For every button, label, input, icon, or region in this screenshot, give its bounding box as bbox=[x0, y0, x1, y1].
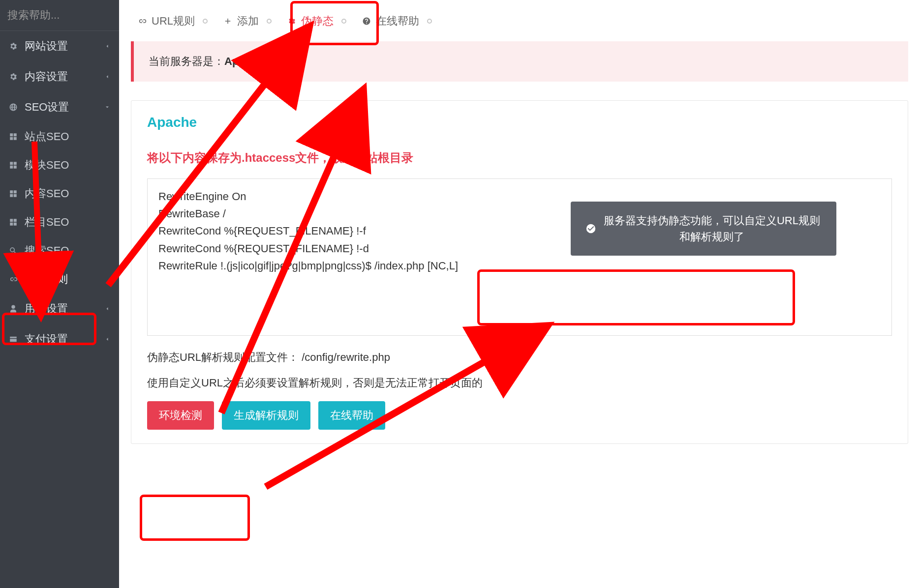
tab-add[interactable]: 添加 bbox=[216, 10, 278, 32]
sidebar-item-label: 用户设置 bbox=[25, 301, 104, 316]
sidebar-item-content-seo[interactable]: 内容SEO bbox=[0, 179, 119, 208]
gear-icon bbox=[9, 42, 18, 51]
button-row: 环境检测 生成解析规则 在线帮助 bbox=[147, 401, 892, 430]
sidebar-item-label: 栏目SEO bbox=[25, 215, 110, 230]
gear-icon bbox=[287, 17, 296, 26]
chevron-left-icon bbox=[104, 43, 110, 49]
chevron-left-icon bbox=[104, 336, 110, 342]
tab-dot-icon bbox=[267, 19, 272, 24]
sidebar-item-label: 站点SEO bbox=[25, 129, 110, 144]
sidebar-item-user-settings[interactable]: 用户设置 bbox=[0, 294, 119, 324]
plus-icon bbox=[223, 17, 232, 26]
sidebar-item-label: 支付设置 bbox=[25, 332, 104, 347]
sidebar-item-search-seo[interactable]: 搜索SEO bbox=[0, 236, 119, 265]
tab-rewrite[interactable]: 伪静态 bbox=[280, 10, 353, 32]
chevron-left-icon bbox=[104, 306, 110, 312]
globe-icon bbox=[9, 103, 18, 112]
card-icon bbox=[9, 335, 18, 344]
alert-value: Apache bbox=[224, 55, 263, 67]
grid-icon bbox=[9, 132, 18, 141]
env-check-button[interactable]: 环境检测 bbox=[147, 401, 214, 430]
tab-dot-icon bbox=[341, 19, 346, 24]
tab-label: URL规则 bbox=[152, 14, 195, 29]
sidebar-item-label: URL规则 bbox=[25, 272, 110, 287]
config-path-line: 伪静态URL解析规则配置文件： /config/rewrite.php bbox=[147, 350, 892, 365]
success-toast: 服务器支持伪静态功能，可以自定义URL规则和解析规则了 bbox=[571, 202, 836, 256]
tab-label: 在线帮助 bbox=[376, 14, 419, 29]
sidebar-item-content-settings[interactable]: 内容设置 bbox=[0, 61, 119, 92]
sidebar-item-site-seo[interactable]: 站点SEO bbox=[0, 122, 119, 151]
tabs-bar: URL规则 添加 伪静态 在线帮助 bbox=[131, 0, 908, 41]
sidebar-item-url-rules[interactable]: URL规则 bbox=[0, 265, 119, 294]
sidebar: 网站设置 内容设置 SEO设置 站点SEO 模块SEO 内容SEO 栏目SEO … bbox=[0, 0, 119, 588]
user-icon bbox=[9, 304, 18, 313]
gen-rules-button[interactable]: 生成解析规则 bbox=[222, 401, 310, 430]
sidebar-item-label: 内容SEO bbox=[25, 186, 110, 201]
sidebar-item-seo-settings[interactable]: SEO设置 bbox=[0, 92, 119, 122]
tab-help[interactable]: 在线帮助 bbox=[355, 10, 439, 32]
instruction-heading: 将以下内容保存为.htaccess文件，放到网站根目录 bbox=[147, 150, 892, 166]
config-path-value: /config/rewrite.php bbox=[302, 351, 390, 363]
sidebar-item-label: 网站设置 bbox=[25, 39, 104, 54]
sidebar-item-label: 内容设置 bbox=[25, 69, 104, 84]
chevron-left-icon bbox=[104, 74, 110, 80]
config-path-prefix: 伪静态URL解析规则配置文件： bbox=[147, 351, 299, 363]
chevron-down-icon bbox=[104, 104, 110, 110]
main-content: URL规则 添加 伪静态 在线帮助 当前服务器是：Apache Apache 将… bbox=[119, 0, 920, 588]
tab-url-rules[interactable]: URL规则 bbox=[131, 10, 215, 32]
sidebar-item-site-settings[interactable]: 网站设置 bbox=[0, 31, 119, 61]
toast-text: 服务器支持伪静态功能，可以自定义URL规则和解析规则了 bbox=[602, 212, 822, 245]
sidebar-item-label: 搜索SEO bbox=[25, 243, 110, 258]
grid-icon bbox=[9, 218, 18, 227]
search-box bbox=[0, 0, 119, 31]
server-alert: 当前服务器是：Apache bbox=[131, 41, 908, 82]
online-help-button[interactable]: 在线帮助 bbox=[318, 401, 385, 430]
tab-label: 伪静态 bbox=[301, 14, 334, 29]
grid-icon bbox=[9, 161, 18, 170]
tab-dot-icon bbox=[427, 19, 432, 24]
panel-title: Apache bbox=[147, 115, 892, 130]
sidebar-item-label: SEO设置 bbox=[25, 100, 104, 115]
search-icon bbox=[9, 246, 18, 255]
warning-line: 使用自定义URL之后必须要设置解析规则，否则是无法正常打开页面的 bbox=[147, 376, 892, 390]
grid-icon bbox=[9, 189, 18, 198]
alert-prefix: 当前服务器是： bbox=[149, 55, 224, 67]
sidebar-item-label: 模块SEO bbox=[25, 158, 110, 173]
link-icon bbox=[9, 275, 18, 284]
sidebar-item-module-seo[interactable]: 模块SEO bbox=[0, 151, 119, 179]
rewrite-panel: Apache 将以下内容保存为.htaccess文件，放到网站根目录 伪静态UR… bbox=[131, 100, 908, 444]
tab-label: 添加 bbox=[237, 14, 259, 29]
gear-icon bbox=[9, 72, 18, 81]
help-icon bbox=[362, 17, 371, 26]
check-circle-icon bbox=[585, 223, 596, 234]
sidebar-item-payment-settings[interactable]: 支付设置 bbox=[0, 324, 119, 354]
sidebar-item-column-seo[interactable]: 栏目SEO bbox=[0, 208, 119, 236]
link-icon bbox=[138, 17, 147, 26]
tab-dot-icon bbox=[203, 19, 208, 24]
